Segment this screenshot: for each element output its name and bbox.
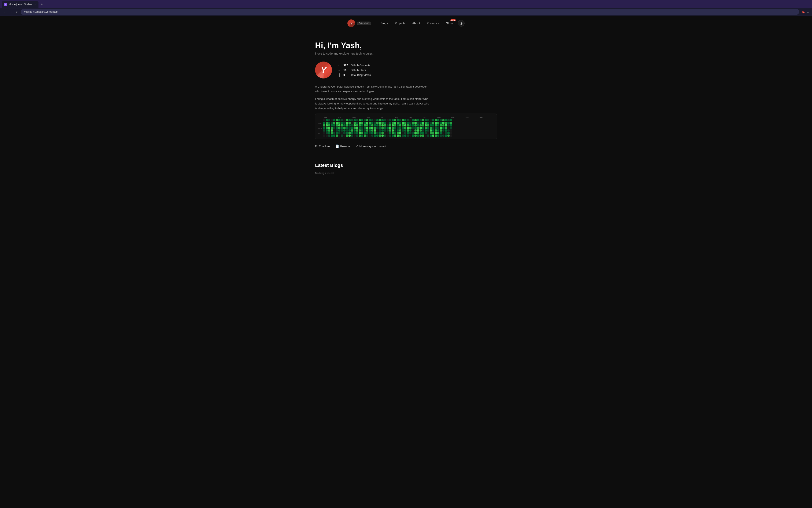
day-cell[interactable] [326,129,328,132]
day-cell[interactable] [346,127,348,129]
day-cell[interactable] [394,119,396,121]
day-cell[interactable] [422,124,424,126]
day-cell[interactable] [361,119,363,121]
day-cell[interactable] [435,124,437,126]
day-cell[interactable] [442,132,444,134]
day-cell[interactable] [336,124,338,126]
day-cell[interactable] [435,134,437,137]
day-cell[interactable] [432,122,434,124]
day-cell[interactable] [435,119,437,121]
day-cell[interactable] [369,127,371,129]
day-cell[interactable] [336,132,338,134]
day-cell[interactable] [343,119,345,121]
day-cell[interactable] [420,129,422,132]
day-cell[interactable] [450,127,452,129]
day-cell[interactable] [361,124,363,126]
day-cell[interactable] [371,134,374,137]
day-cell[interactable] [437,134,439,137]
day-cell[interactable] [369,122,371,124]
day-cell[interactable] [425,129,427,132]
day-cell[interactable] [420,124,422,126]
day-cell[interactable] [333,129,335,132]
day-cell[interactable] [379,119,381,121]
nav-link-blogs[interactable]: Blogs [378,20,391,26]
day-cell[interactable] [336,129,338,132]
day-cell[interactable] [353,134,356,137]
day-cell[interactable] [343,132,345,134]
day-cell[interactable] [427,119,429,121]
day-cell[interactable] [430,134,432,137]
day-cell[interactable] [397,122,399,124]
day-cell[interactable] [432,132,434,134]
day-cell[interactable] [364,132,366,134]
day-cell[interactable] [417,132,419,134]
day-cell[interactable] [323,124,325,126]
day-cell[interactable] [366,124,368,126]
day-cell[interactable] [404,119,407,121]
day-cell[interactable] [343,129,345,132]
day-cell[interactable] [364,127,366,129]
day-cell[interactable] [392,132,394,134]
day-cell[interactable] [361,132,363,134]
day-cell[interactable] [417,122,419,124]
day-cell[interactable] [384,132,386,134]
day-cell[interactable] [437,124,439,126]
day-cell[interactable] [394,129,396,132]
day-cell[interactable] [343,127,345,129]
day-cell[interactable] [437,119,439,121]
day-cell[interactable] [376,119,379,121]
day-cell[interactable] [430,129,432,132]
day-cell[interactable] [407,124,409,126]
day-cell[interactable] [415,124,417,126]
day-cell[interactable] [440,129,442,132]
day-cell[interactable] [399,129,401,132]
day-cell[interactable] [415,127,417,129]
tab-close-button[interactable]: ✕ [34,3,36,6]
day-cell[interactable] [427,124,429,126]
reload-button[interactable]: ↻ [14,10,18,14]
day-cell[interactable] [371,127,374,129]
day-cell[interactable] [346,124,348,126]
day-cell[interactable] [376,129,379,132]
day-cell[interactable] [412,132,414,134]
day-cell[interactable] [389,124,391,126]
day-cell[interactable] [374,134,376,137]
theme-toggle-button[interactable]: ◑ [458,20,465,27]
day-cell[interactable] [422,119,424,121]
day-cell[interactable] [364,134,366,137]
day-cell[interactable] [371,124,374,126]
day-cell[interactable] [427,132,429,134]
day-cell[interactable] [404,134,407,137]
day-cell[interactable] [422,127,424,129]
day-cell[interactable] [323,134,325,137]
nav-link-projects[interactable]: Projects [392,20,409,26]
day-cell[interactable] [450,134,452,137]
day-cell[interactable] [399,127,401,129]
day-cell[interactable] [387,129,389,132]
day-cell[interactable] [425,127,427,129]
day-cell[interactable] [432,124,434,126]
day-cell[interactable] [346,129,348,132]
day-cell[interactable] [432,127,434,129]
day-cell[interactable] [427,129,429,132]
day-cell[interactable] [399,122,401,124]
day-cell[interactable] [353,119,356,121]
day-cell[interactable] [397,132,399,134]
day-cell[interactable] [333,119,335,121]
day-cell[interactable] [341,122,343,124]
day-cell[interactable] [351,132,353,134]
day-cell[interactable] [404,132,407,134]
day-cell[interactable] [338,122,340,124]
day-cell[interactable] [323,119,325,121]
day-cell[interactable] [333,127,335,129]
day-cell[interactable] [389,129,391,132]
day-cell[interactable] [402,119,404,121]
day-cell[interactable] [364,119,366,121]
day-cell[interactable] [369,119,371,121]
day-cell[interactable] [328,122,330,124]
day-cell[interactable] [351,122,353,124]
day-cell[interactable] [353,132,356,134]
day-cell[interactable] [447,124,450,126]
day-cell[interactable] [341,127,343,129]
day-cell[interactable] [387,119,389,121]
